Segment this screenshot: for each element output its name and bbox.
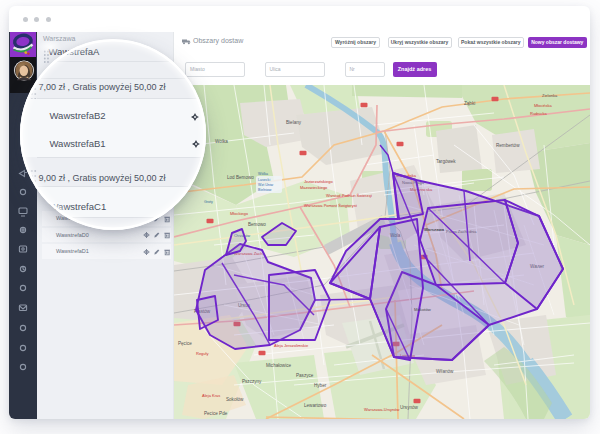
svg-text:Młockiego: Młockiego — [230, 211, 249, 216]
svg-text:Wilanów: Wilanów — [436, 369, 454, 374]
svg-text:Sokołów: Sokołów — [226, 397, 244, 402]
svg-text:Zielonka: Zielonka — [542, 93, 558, 98]
svg-text:Reguły: Reguły — [196, 351, 208, 356]
svg-text:Pecice Pde: Pecice Pde — [204, 411, 228, 416]
svg-text:Lasecki: Lasecki — [258, 178, 270, 182]
svg-text:Pęcice: Pęcice — [178, 341, 192, 346]
svg-text:Lewartowo: Lewartowo — [304, 403, 327, 408]
svg-text:Targówek: Targówek — [436, 159, 456, 164]
svg-text:Młocińska: Młocińska — [534, 103, 553, 108]
svg-text:Rembertów: Rembertów — [496, 143, 520, 148]
svg-text:Mokotów: Mokotów — [414, 307, 432, 312]
svg-text:Paszyce: Paszyce — [296, 373, 314, 378]
svg-text:Pszczyny: Pszczyny — [242, 379, 262, 384]
svg-text:Groty: Groty — [204, 200, 213, 204]
svg-text:Ursynów: Ursynów — [400, 405, 419, 410]
svg-text:Lod Bemowo: Lod Bemowo — [227, 175, 254, 180]
svg-text:Jeziorzańskiego: Jeziorzańskiego — [304, 179, 333, 184]
svg-text:Michałowice: Michałowice — [266, 363, 291, 368]
svg-text:Bemowo: Bemowo — [248, 222, 266, 227]
svg-text:Ząbki: Ząbki — [464, 101, 475, 106]
svg-text:Aleja Kras: Aleja Kras — [202, 393, 220, 398]
svg-text:Wrzstad Podróżt Świerząt: Wrzstad Podróżt Świerząt — [326, 193, 373, 198]
svg-text:Wzt Uniw: Wzt Uniw — [258, 183, 274, 187]
svg-text:Mazowieckiego: Mazowieckiego — [300, 185, 328, 190]
svg-text:Warszawa: Warszawa — [424, 227, 445, 232]
svg-text:Hyber: Hyber — [314, 383, 327, 388]
svg-text:Wólka: Wólka — [215, 139, 228, 144]
svg-text:Warszawa Pomost Świgtoryst: Warszawa Pomost Świgtoryst — [304, 203, 358, 208]
svg-text:Bielniow: Bielniow — [258, 188, 272, 192]
svg-text:Warszawa-Ursynów: Warszawa-Ursynów — [364, 407, 400, 412]
svg-text:Bielany: Bielany — [286, 120, 302, 125]
svg-text:Aleja Jerozolimskie: Aleja Jerozolimskie — [274, 343, 309, 348]
svg-text:Wólka: Wólka — [258, 172, 268, 176]
svg-text:Rudnicka: Rudnicka — [530, 111, 547, 116]
